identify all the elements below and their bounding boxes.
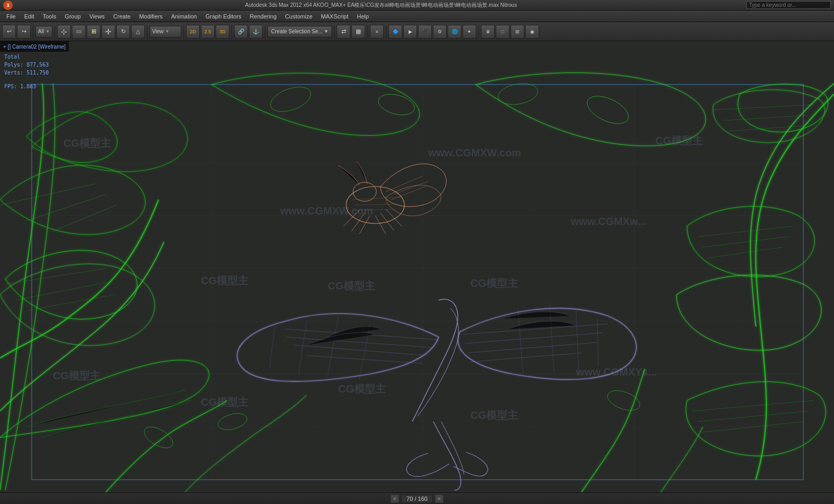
render-last-button[interactable]: ▶ (403, 25, 417, 39)
menu-graph-editors[interactable]: Graph Editors (201, 12, 246, 21)
toolbar-separator-3 (147, 25, 147, 38)
snap-toggle-button[interactable]: ⊞ (87, 25, 100, 39)
scene-svg (0, 41, 834, 492)
rotate-button[interactable]: ↻ (116, 25, 130, 39)
window-title: Autodesk 3ds Max 2012 x64 AKOO_MAX+ EA模乐… (16, 2, 746, 9)
undo-button[interactable]: ↩ (2, 25, 16, 39)
move-button[interactable]: ✛ (101, 25, 115, 39)
menu-tools[interactable]: Tools (39, 12, 61, 21)
mirror-button[interactable]: ⇄ (337, 25, 350, 39)
fps-label: FPS: (4, 83, 17, 89)
select-button[interactable]: ⊹ (57, 25, 71, 39)
toolbar-separator-5 (231, 25, 232, 38)
snap-3d-button[interactable]: 3D (216, 25, 229, 39)
toolbar-separator (33, 25, 33, 38)
prev-frame-button[interactable]: < (391, 494, 399, 503)
snap-2d-button[interactable]: 2D (186, 25, 200, 39)
redo-button[interactable]: ↪ (17, 25, 31, 39)
show-safe-frames-button[interactable]: □ (496, 25, 509, 39)
fps-value: 1.883 (20, 83, 36, 89)
prev-icon: < (393, 496, 396, 501)
menu-group[interactable]: Group (60, 12, 85, 21)
verts-value: 511,750 (26, 70, 49, 76)
polys-stat: Polys: 877,563 (4, 61, 49, 69)
current-frame: 70 (406, 496, 413, 502)
snap-2-5d-button[interactable]: 2.5 (201, 25, 215, 39)
array-button[interactable]: ▦ (351, 25, 365, 39)
toolbar-separator-6 (265, 25, 265, 38)
menu-rendering[interactable]: Rendering (246, 12, 281, 21)
effects-button[interactable]: ✦ (462, 25, 476, 39)
menu-help[interactable]: Help (353, 12, 373, 21)
render-setup-button[interactable]: ⚙ (433, 25, 447, 39)
total-label: Total (4, 53, 49, 61)
filter-label: All (38, 29, 44, 34)
menu-customize[interactable]: Customize (281, 12, 317, 21)
menu-bar: File Edit Tools Group Views Create Modif… (0, 11, 834, 22)
render-button[interactable]: ⬛ (418, 25, 432, 39)
menu-animation[interactable]: Animation (167, 12, 201, 21)
stats-overlay: Total Polys: 877,563 Verts: 511,750 (4, 53, 49, 77)
toolbar-separator-9 (386, 25, 386, 38)
magnet-b-button[interactable]: ⚓ (249, 25, 263, 39)
viewport[interactable]: + [] Camera02 [Wireframe] Total Polys: 8… (0, 41, 834, 492)
title-bar: 3 Autodesk 3ds Max 2012 x64 AKOO_MAX+ EA… (0, 0, 834, 11)
logo-text: 3 (6, 3, 9, 8)
toolbar-separator-8 (367, 25, 368, 38)
menu-views[interactable]: Views (85, 12, 109, 21)
toolbar: ↩ ↪ All ▼ ⊹ ▭ ⊞ ✛ ↻ △ View ▼ 2D 2.5 3D 🔗… (0, 22, 834, 41)
polys-value: 877,563 (26, 62, 49, 68)
toolbar-separator-2 (54, 25, 55, 38)
search-input[interactable] (746, 1, 831, 9)
next-icon: > (438, 496, 440, 501)
menu-edit[interactable]: Edit (20, 12, 39, 21)
menu-modifiers[interactable]: Modifiers (135, 12, 167, 21)
create-selection-label: Create Selection Se... (271, 29, 322, 34)
polys-label: Polys: (4, 62, 23, 68)
viewport-config-button[interactable]: ⊞ (511, 25, 524, 39)
next-frame-button[interactable]: > (435, 494, 443, 503)
viewport-header: + [] Camera02 [Wireframe] (0, 41, 69, 52)
menu-create[interactable]: Create (109, 12, 135, 21)
menu-file[interactable]: File (2, 12, 20, 21)
verts-label: Verts: (4, 70, 23, 76)
render-viewport-button[interactable]: 🖥 (481, 25, 495, 39)
view-dropdown[interactable]: View ▼ (150, 26, 181, 38)
filter-dropdown[interactable]: All ▼ (35, 26, 52, 38)
scale-button[interactable]: △ (131, 25, 145, 39)
viewport-label: + [] Camera02 [Wireframe] (3, 44, 66, 50)
frame-counter: 70 / 160 (401, 494, 433, 503)
app-logo: 3 (3, 1, 13, 10)
verts-stat: Verts: 511,750 (4, 69, 49, 77)
toolbar-separator-4 (183, 25, 184, 38)
total-frames: 160 (418, 496, 428, 502)
toolbar-separator-10 (478, 25, 479, 38)
bottom-bar: < 70 / 160 > (0, 492, 834, 504)
material-editor-button[interactable]: 🔷 (388, 25, 402, 39)
toolbar-separator-7 (334, 25, 335, 38)
menu-maxscript[interactable]: MAXScript (317, 12, 353, 21)
svg-rect-0 (0, 41, 834, 492)
environment-button[interactable]: 🌐 (448, 25, 461, 39)
layers-button[interactable]: ≡ (370, 25, 384, 39)
chevron-down-icon-3: ▼ (324, 29, 328, 34)
select-region-button[interactable]: ▭ (72, 25, 86, 39)
fps-overlay: FPS: 1.883 (4, 83, 36, 89)
create-selection-button[interactable]: Create Selection Se... ▼ (267, 26, 332, 38)
chevron-down-icon: ▼ (45, 29, 50, 34)
view-label: View (152, 29, 164, 34)
chevron-down-icon-2: ▼ (165, 29, 170, 34)
display-manager-button[interactable]: ◉ (525, 25, 539, 39)
magnet-a-button[interactable]: 🔗 (234, 25, 248, 39)
